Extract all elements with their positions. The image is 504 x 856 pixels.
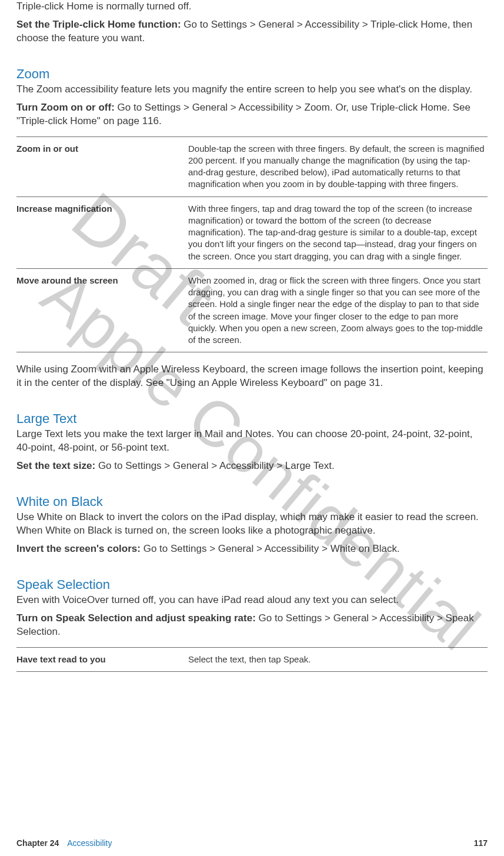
zoom-row1-desc: Double-tap the screen with three fingers… [188,136,488,196]
table-row: Zoom in or out Double-tap the screen wit… [16,136,488,196]
white-on-black-set-body: Go to Settings > General > Accessibility… [141,543,400,554]
page-footer: Chapter 24 Accessibility 117 [16,838,488,848]
triple-click-set: Set the Triple-click Home function: Go t… [16,18,488,45]
white-on-black-set-lead: Invert the screen's colors: [16,543,141,554]
zoom-row2-label: Increase magnification [16,196,188,268]
large-text-set-lead: Set the text size: [16,460,95,471]
zoom-heading: Zoom [16,66,488,82]
large-text-desc: Large Text lets you make the text larger… [16,428,488,455]
table-row: Have text read to you Select the text, t… [16,647,488,671]
zoom-row3-desc: When zoomed in, drag or flick the screen… [188,268,488,352]
chapter-name: Accessibility [67,838,112,848]
page-number: 117 [474,838,488,848]
speak-row1-desc: Select the text, then tap Speak. [188,647,488,671]
table-row: Move around the screen When zoomed in, d… [16,268,488,352]
large-text-set-body: Go to Settings > General > Accessibility… [95,460,335,471]
white-on-black-desc: Use White on Black to invert the colors … [16,511,488,538]
footer-left: Chapter 24 Accessibility [16,838,112,848]
speak-selection-heading: Speak Selection [16,577,488,592]
speak-selection-set-lead: Turn on Speak Selection and adjust speak… [16,612,256,624]
zoom-table: Zoom in or out Double-tap the screen wit… [16,136,488,353]
zoom-desc: The Zoom accessibility feature lets you … [16,83,488,96]
zoom-turn-lead: Turn Zoom on or off: [16,102,115,113]
chapter-label: Chapter 24 [16,838,59,848]
white-on-black-heading: White on Black [16,494,488,509]
speak-selection-table: Have text read to you Select the text, t… [16,647,488,672]
large-text-set: Set the text size: Go to Settings > Gene… [16,459,488,473]
zoom-row3-label: Move around the screen [16,268,188,352]
triple-click-status: Triple-click Home is normally turned off… [16,0,488,14]
zoom-row2-desc: With three fingers, tap and drag toward … [188,196,488,268]
zoom-after: While using Zoom with an Apple Wireless … [16,363,488,390]
speak-selection-desc: Even with VoiceOver turned off, you can … [16,594,488,607]
triple-click-set-lead: Set the Triple-click Home function: [16,19,181,30]
speak-selection-set: Turn on Speak Selection and adjust speak… [16,612,488,639]
large-text-heading: Large Text [16,411,488,427]
table-row: Increase magnification With three finger… [16,196,488,268]
white-on-black-set: Invert the screen's colors: Go to Settin… [16,542,488,556]
zoom-turn: Turn Zoom on or off: Go to Settings > Ge… [16,101,488,128]
speak-row1-label: Have text read to you [16,647,188,671]
zoom-row1-label: Zoom in or out [16,136,188,196]
